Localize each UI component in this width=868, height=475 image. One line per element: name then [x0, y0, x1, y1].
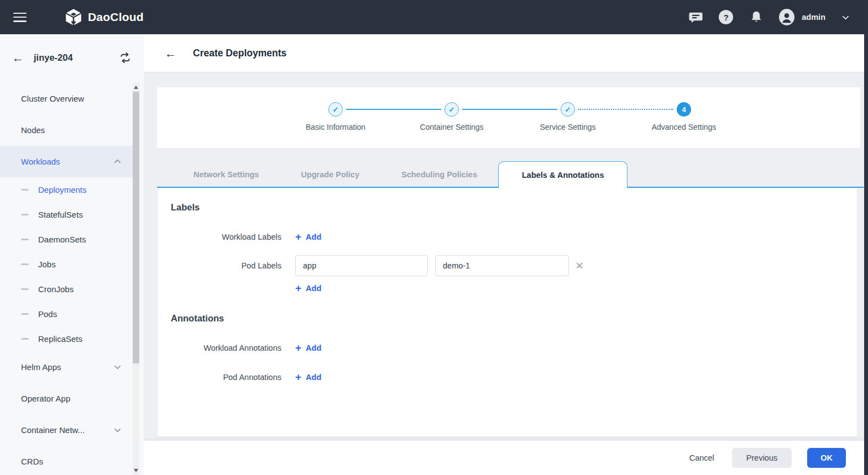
workload-annotations-row: Workload Annotations + Add: [171, 342, 857, 353]
pod-labels-add-row: + Add: [171, 283, 857, 293]
sidebar-nav: Cluster Overview Nodes Workloads Deploym…: [0, 83, 137, 475]
cluster-header: ← jinye-204: [0, 34, 144, 81]
annotations-section-heading: Annotations: [171, 313, 857, 324]
tab-labels-annotations[interactable]: Labels & Annotations: [498, 161, 628, 188]
workload-labels-row: Workload Labels + Add: [171, 231, 857, 242]
plus-icon: +: [295, 283, 301, 293]
username-label: admin: [802, 13, 825, 22]
wizard-footer: Cancel Previous OK: [144, 441, 868, 475]
cancel-button[interactable]: Cancel: [687, 448, 717, 467]
step-1-check-icon: ✓: [328, 102, 343, 117]
tab-upgrade-policy[interactable]: Upgrade Policy: [280, 161, 380, 187]
scrollbar-thumb[interactable]: [133, 92, 139, 363]
topbar-actions: ? admin: [688, 9, 868, 25]
step-2-check-icon: ✓: [445, 102, 459, 117]
step-1-label: Basic Information: [278, 123, 394, 131]
dash-icon: [21, 263, 29, 265]
dash-icon: [21, 288, 29, 290]
switch-cluster-icon[interactable]: [119, 51, 132, 64]
sidebar-item-jobs[interactable]: Jobs: [0, 252, 137, 277]
dash-icon: [21, 239, 29, 240]
cluster-name: jinye-204: [34, 52, 73, 63]
step-3-check-icon: ✓: [561, 102, 575, 117]
user-avatar[interactable]: [779, 9, 794, 25]
user-menu-chevron-down-icon[interactable]: [840, 9, 850, 25]
add-workload-label-button[interactable]: + Add: [295, 231, 321, 242]
stepper: ✓ ✓ ✓ 4 Basic Information Container Sett…: [157, 87, 860, 148]
tab-scheduling-policies[interactable]: Scheduling Policies: [380, 161, 498, 187]
scroll-up-icon[interactable]: [134, 86, 138, 89]
step-connector-dotted: [578, 109, 673, 110]
chevron-down-icon: [113, 363, 122, 371]
page-back-icon[interactable]: ←: [165, 48, 176, 59]
brand-name: DaoCloud: [88, 10, 144, 24]
sidebar-item-crds[interactable]: CRDs: [0, 446, 137, 475]
sidebar-item-cronjobs[interactable]: CronJobs: [0, 277, 137, 302]
chevron-up-icon: [113, 157, 122, 166]
pod-annotations-label: Pod Annotations: [171, 373, 281, 382]
remove-pod-label-icon[interactable]: ✕: [576, 260, 583, 272]
sidebar: ← jinye-204 Cluster Overview Nodes Workl…: [0, 34, 144, 475]
topbar: DaoCloud ? admin: [0, 0, 868, 34]
labels-section-heading: Labels: [171, 202, 857, 213]
sidebar-item-daemonsets[interactable]: DaemonSets: [0, 227, 137, 252]
page-title: Create Deployments: [193, 48, 286, 59]
plus-icon: +: [295, 231, 301, 242]
cluster-back-icon[interactable]: ←: [12, 52, 24, 64]
add-pod-label-button[interactable]: + Add: [295, 283, 321, 293]
step-connector: [346, 109, 441, 110]
main-content: ← Create Deployments ✓ ✓ ✓ 4 Basic Infor…: [144, 34, 868, 475]
plus-icon: +: [295, 342, 301, 353]
scroll-down-icon[interactable]: [134, 469, 138, 472]
chat-icon[interactable]: [688, 9, 703, 25]
pod-labels-row: Pod Labels ✕: [171, 255, 857, 276]
workload-labels-label: Workload Labels: [171, 233, 281, 241]
daocloud-logo-icon: [64, 8, 83, 27]
step-3-label: Service Settings: [510, 123, 626, 131]
ok-button[interactable]: OK: [807, 448, 846, 468]
tab-bar: Network Settings Upgrade Policy Scheduli…: [157, 161, 864, 187]
help-icon[interactable]: ?: [718, 9, 734, 25]
sidebar-item-cluster-overview[interactable]: Cluster Overview: [0, 83, 137, 114]
step-4-number: 4: [677, 102, 691, 117]
labels-annotations-panel: Labels Workload Labels + Add Pod Labels …: [158, 188, 857, 436]
dash-icon: [21, 313, 29, 315]
page-scrollbar[interactable]: [864, 0, 868, 475]
dash-icon: [21, 338, 29, 340]
sidebar-item-deployments[interactable]: Deployments: [0, 177, 137, 202]
page-header: ← Create Deployments: [144, 34, 868, 72]
sidebar-item-workloads[interactable]: Workloads: [0, 146, 137, 177]
workload-annotations-label: Workload Annotations: [171, 344, 281, 352]
add-workload-annotation-button[interactable]: + Add: [295, 342, 321, 353]
sidebar-item-helm-apps[interactable]: Helm Apps: [0, 351, 137, 383]
previous-button[interactable]: Previous: [732, 448, 792, 468]
sidebar-item-nodes[interactable]: Nodes: [0, 114, 137, 146]
pod-label-value-input[interactable]: [435, 255, 569, 276]
add-pod-annotation-button[interactable]: + Add: [295, 372, 321, 382]
pod-annotations-row: Pod Annotations + Add: [171, 372, 857, 382]
dash-icon: [21, 189, 29, 191]
plus-icon: +: [295, 372, 301, 382]
step-4-label: Advanced Settings: [626, 123, 742, 131]
sidebar-item-operator-app[interactable]: Operator App: [0, 383, 137, 414]
chevron-down-icon: [113, 426, 122, 434]
brand[interactable]: DaoCloud: [64, 8, 144, 27]
dash-icon: [21, 214, 29, 215]
sidebar-item-container-network[interactable]: Container Netw...: [0, 414, 137, 446]
tab-network-settings[interactable]: Network Settings: [172, 161, 280, 187]
sidebar-item-pods[interactable]: Pods: [0, 302, 137, 326]
pod-labels-label: Pod Labels: [171, 261, 281, 270]
bell-icon[interactable]: [749, 9, 764, 25]
step-2-label: Container Settings: [394, 123, 510, 131]
question-glyph: ?: [719, 10, 733, 24]
sidebar-scrollbar[interactable]: [133, 83, 139, 475]
pod-label-key-input[interactable]: [295, 255, 428, 276]
sidebar-item-replicasets[interactable]: ReplicaSets: [0, 326, 137, 351]
avatar-icon: [779, 9, 794, 25]
sidebar-item-statefulsets[interactable]: StatefulSets: [0, 202, 137, 227]
step-connector: [462, 109, 557, 110]
menu-icon[interactable]: [13, 13, 27, 22]
